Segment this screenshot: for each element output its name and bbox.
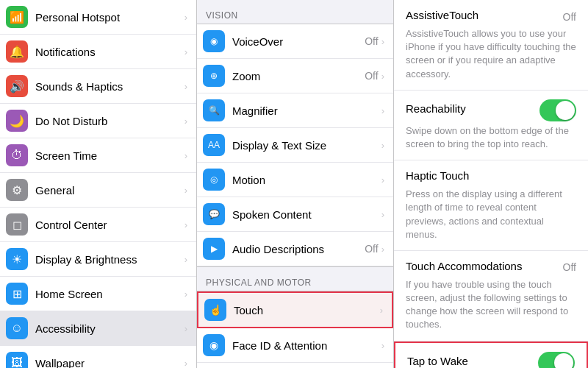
setting-title-reachability: Reachability — [406, 102, 466, 115]
item-value-audio-descriptions: Off — [365, 243, 378, 255]
setting-section-assistive-touch: AssistiveTouchOffAssistiveTouch allows y… — [394, 0, 588, 91]
sidebar-item-control-center[interactable]: ◻ Control Center › — [0, 208, 196, 242]
setting-value-assistive-touch: Off — [563, 11, 576, 23]
accessibility-item-voiceover[interactable]: ◉ VoiceOver Off › — [197, 24, 393, 59]
accessibility-item-spoken-content[interactable]: 💬 Spoken Content › — [197, 197, 393, 232]
sidebar-label-general: General — [35, 184, 184, 197]
sidebar-item-display-brightness[interactable]: ☀ Display & Brightness › — [0, 242, 196, 277]
chevron-icon: › — [184, 46, 187, 57]
item-label-display-text-size: Display & Text Size — [232, 139, 381, 152]
chevron-icon: › — [381, 105, 384, 116]
motor-label-touch: Touch — [234, 304, 380, 316]
display-text-size-icon: AA — [203, 134, 225, 156]
accessibility-item-audio-descriptions[interactable]: ▶ Audio Descriptions Off › — [197, 232, 393, 266]
setting-title-haptic-touch: Haptic Touch — [406, 169, 469, 182]
item-value-zoom: Off — [365, 70, 378, 82]
sidebar-item-screen-time[interactable]: ⏱ Screen Time › — [0, 138, 196, 173]
sidebar-label-control-center: Control Center — [35, 219, 184, 231]
touch-icon: ☝ — [204, 299, 226, 321]
chevron-icon: › — [184, 12, 187, 23]
sidebar-label-notifications: Notifications — [35, 46, 184, 58]
vision-header: VISION — [197, 0, 393, 24]
setting-desc-haptic-touch: Press on the display using a different l… — [406, 188, 576, 241]
chevron-icon: › — [184, 219, 187, 230]
motor-item-touch[interactable]: ☝ Touch › — [197, 291, 393, 328]
sidebar-item-do-not-disturb[interactable]: 🌙 Do Not Disturb › — [0, 104, 196, 138]
sidebar-label-do-not-disturb: Do Not Disturb — [35, 115, 184, 127]
motor-item-face-id-attention[interactable]: ◉ Face ID & Attention › — [197, 328, 393, 363]
item-label-zoom: Zoom — [232, 70, 365, 82]
setting-section-reachability: ReachabilitySwipe down on the bottom edg… — [394, 91, 588, 160]
accessibility-icon: ☺ — [6, 317, 28, 339]
setting-title-assistive-touch: AssistiveTouch — [406, 9, 478, 21]
sidebar-item-wallpaper[interactable]: 🖼 Wallpaper › — [0, 346, 196, 368]
accessibility-item-magnifier[interactable]: 🔍 Magnifier › — [197, 93, 393, 128]
toggle-tap-to-wake[interactable] — [538, 352, 575, 368]
face-id-attention-icon: ◉ — [203, 334, 225, 356]
sidebar-item-personal-hotspot[interactable]: 📶 Personal Hotspot › — [0, 0, 196, 35]
chevron-icon: › — [184, 116, 187, 127]
control-center-icon: ◻ — [6, 213, 28, 236]
chevron-icon: › — [184, 254, 187, 265]
setting-section-touch-accommodations: Touch AccommodationsOffIf you have troub… — [394, 251, 588, 342]
sidebar-item-accessibility[interactable]: ☺ Accessibility › — [0, 311, 196, 346]
chevron-icon: › — [381, 36, 384, 47]
item-label-audio-descriptions: Audio Descriptions — [232, 243, 365, 255]
toggle-reachability[interactable] — [539, 99, 576, 121]
setting-row-tap-to-wake: Tap to Wake — [407, 352, 575, 368]
sidebar-item-notifications[interactable]: 🔔 Notifications › — [0, 35, 196, 69]
chevron-icon: › — [381, 174, 384, 185]
setting-row-reachability: Reachability — [406, 99, 576, 121]
sidebar-item-general[interactable]: ⚙ General › — [0, 173, 196, 208]
chevron-icon: › — [381, 340, 384, 351]
audio-descriptions-icon: ▶ — [203, 238, 225, 260]
accessibility-items: VISION ◉ VoiceOver Off › ⊕ Zoom Off › 🔍 … — [197, 0, 393, 368]
chevron-icon: › — [184, 81, 187, 92]
setting-section-tap-to-wake: Tap to WakeWake the screen when you tap … — [394, 342, 588, 368]
touch-settings: AssistiveTouchOffAssistiveTouch allows y… — [394, 0, 588, 368]
setting-row-assistive-touch: AssistiveTouchOff — [406, 9, 576, 24]
personal-hotspot-icon: 📶 — [6, 6, 28, 28]
chevron-icon: › — [184, 150, 187, 161]
sidebar-label-accessibility: Accessibility — [35, 322, 184, 335]
sounds-haptics-icon: 🔊 — [6, 75, 28, 97]
display-brightness-icon: ☀ — [6, 248, 28, 270]
chevron-icon: › — [381, 71, 384, 82]
chevron-icon: › — [184, 185, 187, 196]
setting-desc-touch-accommodations: If you have trouble using the touch scre… — [406, 278, 576, 332]
notifications-icon: 🔔 — [6, 40, 28, 63]
chevron-icon: › — [381, 209, 384, 220]
accessibility-item-motion[interactable]: ◎ Motion › — [197, 163, 393, 197]
chevron-icon: › — [381, 140, 384, 151]
chevron-icon: › — [184, 289, 187, 300]
motion-icon: ◎ — [203, 169, 225, 191]
home-screen-icon: ⊞ — [6, 283, 28, 305]
sidebar-label-home-screen: Home Screen — [35, 288, 184, 300]
motor-item-switch-control[interactable]: ◻ Switch Control Off › — [197, 363, 393, 368]
setting-row-haptic-touch: Haptic Touch — [406, 169, 576, 185]
accessibility-item-display-text-size[interactable]: AA Display & Text Size › — [197, 128, 393, 163]
accessibility-item-zoom[interactable]: ⊕ Zoom Off › — [197, 59, 393, 93]
sidebar-item-home-screen[interactable]: ⊞ Home Screen › — [0, 277, 196, 311]
sidebar-item-sounds-haptics[interactable]: 🔊 Sounds & Haptics › — [0, 69, 196, 104]
item-label-voiceover: VoiceOver — [232, 35, 365, 48]
zoom-icon: ⊕ — [203, 65, 225, 87]
chevron-icon: › — [184, 323, 187, 334]
setting-value-touch-accommodations: Off — [563, 261, 576, 273]
sidebar-label-personal-hotspot: Personal Hotspot — [35, 11, 184, 24]
physical-motor-header: PHYSICAL AND MOTOR — [197, 267, 393, 291]
sidebar-list: 📶 Personal Hotspot › 🔔 Notifications › 🔊… — [0, 0, 196, 368]
sidebar-label-screen-time: Screen Time — [35, 149, 184, 162]
setting-row-touch-accommodations: Touch AccommodationsOff — [406, 260, 576, 275]
spoken-content-icon: 💬 — [203, 203, 225, 225]
chevron-icon: › — [184, 358, 187, 369]
chevron-icon: › — [380, 305, 383, 316]
wallpaper-icon: 🖼 — [6, 352, 28, 368]
do-not-disturb-icon: 🌙 — [6, 110, 28, 132]
item-label-magnifier: Magnifier — [232, 105, 381, 117]
sidebar-label-display-brightness: Display & Brightness — [35, 253, 184, 266]
setting-desc-assistive-touch: AssistiveTouch allows you to use your iP… — [406, 27, 576, 81]
sidebar-label-sounds-haptics: Sounds & Haptics — [35, 80, 184, 93]
item-value-voiceover: Off — [365, 35, 378, 47]
accessibility-list: VISION ◉ VoiceOver Off › ⊕ Zoom Off › 🔍 … — [197, 0, 394, 368]
